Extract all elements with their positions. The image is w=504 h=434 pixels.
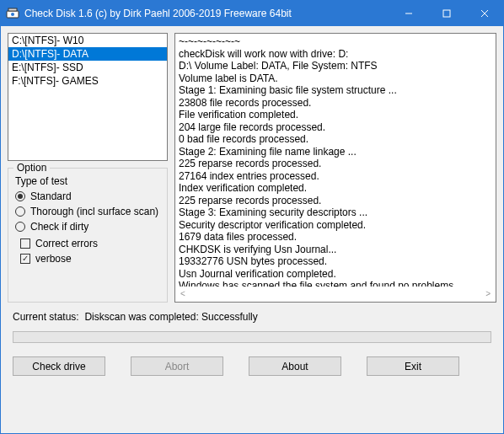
about-button[interactable]: About xyxy=(249,356,341,376)
check-drive-button[interactable]: Check drive xyxy=(13,356,105,376)
check-verbose-label: verbose xyxy=(35,253,72,265)
output-line: 19332776 USN bytes processed. xyxy=(179,255,492,268)
app-icon xyxy=(6,7,19,20)
output-line: Windows has scanned the file system and … xyxy=(179,280,492,287)
output-line: 204 large file records processed. xyxy=(179,121,492,134)
radio-dirty-label: Check if dirty xyxy=(30,221,88,233)
output-line: Volume label is DATA. xyxy=(179,72,492,85)
output-line: checkDisk will work now with drive: D: xyxy=(179,48,492,61)
svg-point-1 xyxy=(11,13,14,16)
client-area: C:\[NTFS]- W10D:\[NTFS]- DATAE:\[NTFS]- … xyxy=(1,26,503,433)
output-line: ~-~-~-~-~-~-~ xyxy=(179,35,492,48)
type-of-test-label: Type of test xyxy=(15,175,160,187)
output-line: Stage 2: Examining file name linkage ... xyxy=(179,146,492,158)
output-line: D:\ Volume Label: DATA, File System: NTF… xyxy=(179,60,492,72)
drive-item[interactable]: C:\[NTFS]- W10 xyxy=(8,34,167,47)
radio-standard[interactable]: Standard xyxy=(15,190,160,202)
output-line: 1679 data files processed. xyxy=(179,231,492,244)
horizontal-scrollbar[interactable]: <> xyxy=(179,287,492,300)
close-button[interactable] xyxy=(465,1,503,26)
minimize-button[interactable] xyxy=(389,1,427,26)
output-line: Usn Journal verification completed. xyxy=(179,268,492,281)
check-correct-errors-label: Correct errors xyxy=(35,238,98,249)
button-row: Check drive Abort About Exit xyxy=(8,351,496,384)
output-line: 23808 file records processed. xyxy=(179,97,492,110)
check-correct-errors[interactable]: Correct errors xyxy=(20,238,160,249)
output-line: Security descriptor verification complet… xyxy=(179,219,492,232)
output-line: 225 reparse records processed. xyxy=(179,195,492,207)
progress-bar xyxy=(13,331,491,343)
output-line: Index verification completed. xyxy=(179,182,492,195)
check-verbose[interactable]: verbose xyxy=(20,253,160,265)
output-line: File verification completed. xyxy=(179,109,492,121)
option-group: Option Type of test Standard Thorough (i… xyxy=(8,168,168,303)
app-window: Check Disk 1.6 (c) by Dirk Paehl 2006-20… xyxy=(0,0,504,434)
drive-item[interactable]: F:\[NTFS]- GAMES xyxy=(8,74,167,88)
output-line: Stage 3: Examining security descriptors … xyxy=(179,206,492,219)
status-text: Diskscan was completed: Successfully xyxy=(84,311,257,323)
window-title: Check Disk 1.6 (c) by Dirk Paehl 2006-20… xyxy=(24,8,389,19)
exit-button[interactable]: Exit xyxy=(367,356,459,376)
output-line: 0 bad file records processed. xyxy=(179,133,492,146)
status-bar: Current status: Diskscan was completed: … xyxy=(8,308,496,324)
drive-item[interactable]: E:\[NTFS]- SSD xyxy=(8,61,167,74)
status-prefix: Current status: xyxy=(13,311,79,323)
scroll-left-icon: < xyxy=(180,289,185,298)
drive-list[interactable]: C:\[NTFS]- W10D:\[NTFS]- DATAE:\[NTFS]- … xyxy=(8,33,168,161)
abort-button[interactable]: Abort xyxy=(131,356,223,376)
top-panel: C:\[NTFS]- W10D:\[NTFS]- DATAE:\[NTFS]- … xyxy=(8,33,496,303)
radio-thorough-label: Thorough (incl surface scan) xyxy=(30,206,158,217)
output-line: Stage 1: Examining basic file system str… xyxy=(179,84,492,97)
radio-dirty[interactable]: Check if dirty xyxy=(15,221,160,233)
radio-thorough[interactable]: Thorough (incl surface scan) xyxy=(15,206,160,217)
output-line: CHKDSK is verifying Usn Journal... xyxy=(179,244,492,256)
output-lines[interactable]: ~-~-~-~-~-~-~checkDisk will work now wit… xyxy=(179,35,492,287)
svg-rect-4 xyxy=(443,10,450,17)
option-legend: Option xyxy=(13,162,50,174)
drive-item[interactable]: D:\[NTFS]- DATA xyxy=(8,47,167,61)
output-panel: ~-~-~-~-~-~-~checkDisk will work now wit… xyxy=(174,33,496,303)
scroll-right-icon: > xyxy=(485,289,491,298)
radio-standard-label: Standard xyxy=(30,190,72,202)
left-panel: C:\[NTFS]- W10D:\[NTFS]- DATAE:\[NTFS]- … xyxy=(8,33,168,303)
titlebar: Check Disk 1.6 (c) by Dirk Paehl 2006-20… xyxy=(1,1,503,26)
svg-rect-2 xyxy=(8,8,17,11)
maximize-button[interactable] xyxy=(427,1,465,26)
output-line: 27164 index entries processed. xyxy=(179,170,492,183)
output-line: 225 reparse records processed. xyxy=(179,158,492,170)
